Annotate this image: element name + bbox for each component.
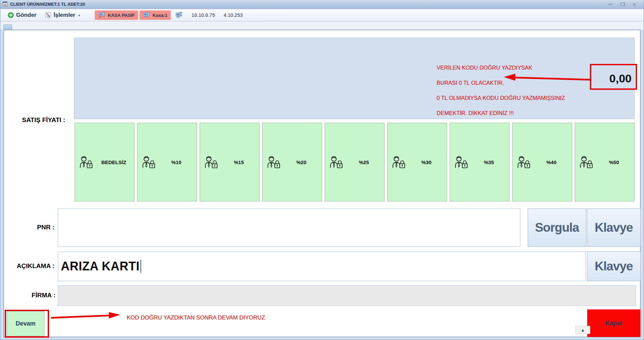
main-content: 0,00 VERİLEN KODU DOĞRU YAZDIYSAK BURASI… (3, 30, 641, 337)
computer-status-icon-wrap (175, 12, 183, 18)
kasa-label: Kasa:1 (153, 13, 167, 18)
person-lock-icon (329, 156, 344, 168)
aciklama-label: AÇIKLAMA : (4, 262, 54, 270)
sorgula-button[interactable]: Sorgula (528, 209, 586, 247)
operations-fx-icon: 12 fx (45, 12, 51, 18)
app-logo-icon: ω (2, 2, 7, 7)
discount-button-15[interactable]: %15 (200, 123, 259, 201)
gonder-label: Gönder (16, 12, 36, 18)
toolbar-separator (273, 11, 273, 20)
satis-fiyati-label: SATIŞ FİYATI : (4, 116, 65, 124)
minimize-icon (608, 4, 612, 5)
person-lock-icon (454, 156, 469, 168)
person-lock-icon (517, 156, 531, 168)
annotation-devam-box (5, 310, 49, 338)
discount-button-row: BEDELSİZ %10 %15 %20 %25 %30 (75, 123, 635, 201)
titlebar: ω CLIENT ÜRÜN/HİZMET:1 TL ADET:20 ✕ (0, 0, 644, 9)
person-lock-icon (79, 156, 93, 168)
restore-button[interactable] (619, 2, 626, 7)
window-title: CLIENT ÜRÜN/HİZMET:1 TL ADET:20 (10, 2, 85, 7)
annotation-arrow-left-icon (503, 72, 591, 82)
discount-label: %40 (531, 159, 572, 165)
dropdown-caret-icon: ▾ (78, 13, 80, 17)
toolbar: Gönder 12 fx İşlemler ▾ KASA PASİF (0, 9, 644, 21)
discount-button-20[interactable]: %20 (262, 123, 322, 201)
minimize-button[interactable] (607, 2, 613, 7)
kasa-pasif-label: KASA PASİF (108, 13, 135, 18)
firma-label: FİRMA : (4, 292, 55, 299)
scroll-up-button[interactable]: ▲ (575, 326, 590, 334)
aciklama-klavye-button[interactable]: Klavye (587, 252, 641, 281)
discount-label: %50 (594, 159, 634, 165)
pnr-label: PNR : (4, 224, 54, 231)
kapat-button[interactable]: Kapat (587, 309, 640, 337)
islemler-menu-button[interactable]: 12 fx İşlemler ▾ (42, 10, 82, 20)
annotation-line: 0 TL OLMADIYSA KODU DOĞRU YAZMAMIŞSINIZ (437, 95, 565, 110)
tab-current[interactable] (3, 25, 12, 30)
person-lock-icon (392, 156, 406, 168)
computer-pasif-icon (98, 12, 106, 18)
discount-button-bedelsiz[interactable]: BEDELSİZ (75, 123, 134, 201)
close-icon: ✕ (633, 2, 637, 7)
annotation-arrow-right-icon (50, 312, 121, 320)
discount-label: %35 (469, 159, 509, 165)
close-button[interactable]: ✕ (632, 2, 638, 7)
discount-label: %15 (218, 159, 259, 165)
person-lock-icon (142, 156, 156, 168)
person-lock-icon (579, 156, 594, 168)
restore-icon (620, 2, 625, 6)
annotation-devam-note: KOD DOĞRU YAZDIKTAN SONRA DEVAM DİYORUZ (127, 314, 265, 321)
ip-address-2: 4.10.253 (224, 12, 243, 18)
discount-label: %20 (281, 159, 322, 165)
annotation-line: DEMEKTİR. DİKKAT EDİNİZ !!! (437, 110, 565, 125)
aciklama-input[interactable]: ARIZA KARTI (58, 252, 586, 281)
kasa-indicator[interactable]: Kasa:1 (139, 10, 171, 20)
ip-address-1: 10.10.0.75 (192, 12, 215, 18)
send-icon (8, 12, 14, 18)
fx-glyph: fx (47, 14, 50, 18)
tab-strip (0, 22, 644, 30)
computer-icon (175, 12, 183, 18)
discount-button-10[interactable]: %10 (137, 123, 197, 201)
person-lock-icon (267, 156, 281, 168)
discount-button-30[interactable]: %30 (387, 123, 447, 201)
discount-button-40[interactable]: %40 (512, 123, 572, 201)
kasa-pasif-indicator[interactable]: KASA PASİF (95, 10, 138, 20)
pnr-klavye-button[interactable]: Klavye (587, 209, 641, 247)
app-window: ω CLIENT ÜRÜN/HİZMET:1 TL ADET:20 ✕ Gönd… (0, 0, 644, 340)
gonder-button[interactable]: Gönder (5, 10, 39, 20)
computer-icon (143, 12, 150, 18)
discount-label: %25 (344, 159, 384, 165)
annotation-highlight-box (590, 64, 637, 90)
discount-button-25[interactable]: %25 (325, 123, 385, 201)
text-cursor (140, 260, 141, 273)
discount-label: %10 (156, 159, 197, 165)
person-lock-icon (204, 156, 218, 168)
toolbar-separator (253, 11, 253, 20)
islemler-label: İşlemler (53, 12, 75, 18)
up-triangle-icon: ▲ (581, 328, 585, 333)
discount-label: BEDELSİZ (93, 159, 134, 165)
aciklama-value: ARIZA KARTI (61, 259, 139, 273)
window-controls: ✕ (607, 2, 638, 7)
app-logo-glyph: ω (3, 3, 6, 6)
discount-button-50[interactable]: %50 (575, 123, 635, 201)
discount-button-35[interactable]: %35 (450, 123, 510, 201)
discount-label: %30 (406, 159, 447, 165)
pnr-input[interactable] (58, 209, 520, 247)
firma-field[interactable] (58, 285, 636, 306)
